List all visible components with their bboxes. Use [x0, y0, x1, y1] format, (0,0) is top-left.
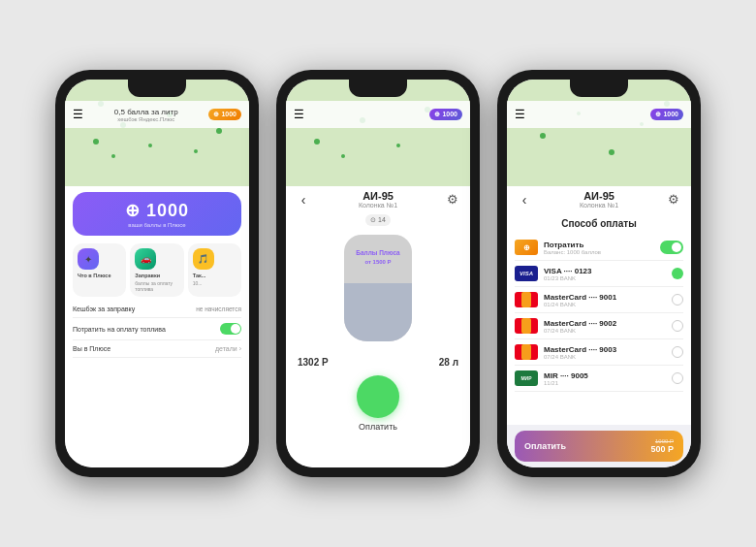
bonus-amount: ⊕ 1000 — [82, 200, 232, 221]
mc-icon-2 — [515, 344, 538, 360]
pay-item-name-5: MIR ···· 9005 — [544, 371, 666, 380]
fuel-price: 1302 Р — [298, 357, 329, 368]
fuel-volume: 28 л — [439, 357, 458, 368]
pay-item-sub-4: 07/24 BANK — [544, 354, 666, 360]
fuel-tank-wrap: Баллы Плюса от 1500 Р 1302 Р 28 л Оплати… — [294, 231, 462, 464]
map-area-3: ☰ ⊕ 1000 — [507, 80, 691, 186]
pay-label-2: Оплатить — [359, 422, 397, 432]
plus-badge-1[interactable]: ⊕ 1000 — [208, 109, 241, 120]
column-label-2: Колонка №1 — [313, 202, 443, 209]
discounted-price: 500 Р — [650, 444, 674, 454]
payment-list: ⊕ Потратить Баланс: 1000 баллов VISA VIS… — [507, 235, 691, 425]
mc-radio-2[interactable] — [672, 346, 683, 358]
pay-item-sub-3: 07/24 BANK — [544, 328, 666, 334]
back-button-3[interactable]: ‹ — [515, 192, 534, 208]
map-area-1: ☰ 0,5 балла за литр хешбэк Яндекс.Плюс ⊕… — [65, 80, 249, 186]
visa-icon: VISA — [515, 266, 538, 281]
phone-1: ☰ 0,5 балла за литр хешбэк Яндекс.Плюс ⊕… — [55, 70, 259, 477]
info-rows: Кешбэк за заправку не начисляется Потрат… — [65, 299, 249, 360]
header-title-1: 0,5 балла за литр хешбэк Яндекс.Плюс — [83, 108, 208, 122]
phone-3: ☰ ⊕ 1000 ‹ АИ-95 Колонка №1 ⚙ Способ опл… — [497, 70, 701, 477]
info-row-2[interactable]: Вы в Плюсе детали — [73, 340, 241, 358]
fuel-tank: Баллы Плюса от 1500 Р — [339, 235, 417, 351]
original-price: 1000 Р — [650, 438, 674, 444]
pay-item-info-2: MasterCard ···· 9001 01/24 BANK — [544, 293, 666, 307]
phone2-content: ⊙ 14 Баллы Плюса от 1500 Р 1302 Р 28 л — [286, 210, 470, 467]
bonus-card: ⊕ 1000 ваши баллы в Плюсе — [73, 192, 241, 236]
pay-item-info-5: MIR ···· 9005 11/21 — [544, 371, 666, 386]
mc-radio-0[interactable] — [672, 294, 683, 306]
menu-icon[interactable]: ☰ — [73, 108, 83, 121]
mc-icon-0 — [515, 292, 538, 307]
payment-item-4[interactable]: MasterCard ···· 9003 07/24 BANK — [515, 339, 683, 366]
pay-item-name-1: VISA ···· 0123 — [544, 267, 666, 275]
fuel-type-title-2: АИ-95 — [313, 190, 443, 202]
nav-header-2: ‹ АИ-95 Колонка №1 ⚙ — [286, 186, 470, 210]
pay-now-amount: 1000 Р 500 Р — [650, 438, 674, 454]
header-bar-2: ☰ ⊕ 1000 — [286, 101, 470, 128]
visa-radio[interactable] — [672, 268, 683, 279]
pay-item-info-0: Потратить Баланс: 1000 баллов — [544, 241, 654, 255]
pay-button-2[interactable] — [357, 375, 399, 418]
pay-item-name-4: MasterCard ···· 9003 — [544, 345, 666, 354]
payment-title: Способ оплаты — [507, 210, 691, 235]
fuel-type-title-3: АИ-95 — [534, 190, 664, 202]
pay-item-info-3: MasterCard ···· 9002 07/24 BANK — [544, 319, 666, 334]
plus-pay-icon: ⊕ — [515, 240, 538, 255]
info-row-1[interactable]: Потратить на оплату топлива — [73, 318, 241, 340]
menu-icon-3[interactable]: ☰ — [515, 108, 525, 121]
menu-icon-2[interactable]: ☰ — [294, 108, 304, 121]
map-area-2: ☰ ⊕ 1000 — [286, 80, 470, 186]
payment-item-5[interactable]: МИР MIR ···· 9005 11/21 — [515, 366, 683, 392]
pay-item-name-2: MasterCard ···· 9001 — [544, 293, 666, 302]
pay-now-button[interactable]: Оплатить 1000 Р 500 Р — [515, 431, 683, 462]
header-bar-1: ☰ 0,5 балла за литр хешбэк Яндекс.Плюс ⊕… — [65, 101, 249, 128]
payment-item-2[interactable]: MasterCard ···· 9001 01/24 BANK — [515, 287, 683, 313]
mir-icon: МИР — [515, 370, 538, 386]
pay-item-sub-5: 11/21 — [544, 380, 666, 386]
gear-icon-3[interactable]: ⚙ — [664, 192, 683, 207]
payment-item-0[interactable]: ⊕ Потратить Баланс: 1000 баллов — [515, 235, 683, 261]
nav-header-3: ‹ АИ-95 Колонка №1 ⚙ — [507, 186, 691, 210]
feature-sub-2: 10... — [193, 280, 236, 286]
fuel-info-row: 1302 Р 28 л — [294, 355, 462, 370]
feature-card-1[interactable]: 🚗 Заправки баллы за оплату топлива — [130, 243, 183, 297]
fuel-grade-badge: ⊙ 14 — [365, 214, 391, 226]
header-bar-3: ☰ ⊕ 1000 — [507, 101, 691, 128]
plus-badge-3: ⊕ 1000 — [650, 109, 683, 120]
bonus-label: ваши баллы в Плюсе — [82, 222, 232, 228]
feature-card-0[interactable]: ✦ Что в Плюсе — [73, 243, 126, 297]
plus-toggle[interactable] — [660, 241, 683, 254]
features-row: ✦ Что в Плюсе 🚗 Заправки баллы за оплату… — [65, 243, 249, 297]
phone1-content: ⊕ 1000 ваши баллы в Плюсе ✦ Что в Плюсе … — [65, 186, 249, 467]
pay-item-info-1: VISA ···· 0123 01/23 BANK — [544, 267, 666, 281]
payment-item-3[interactable]: MasterCard ···· 9002 07/24 BANK — [515, 313, 683, 339]
phone3-content: Способ оплаты ⊕ Потратить Баланс: 1000 б… — [507, 210, 691, 467]
pay-item-name-3: MasterCard ···· 9002 — [544, 319, 666, 328]
tank-fill — [344, 283, 412, 342]
plus-badge-2: ⊕ 1000 — [429, 109, 462, 120]
gear-icon-2[interactable]: ⚙ — [443, 192, 462, 207]
mir-radio[interactable] — [672, 372, 683, 384]
feature-card-2[interactable]: 🎵 Так... 10... — [188, 243, 241, 297]
column-label-3: Колонка №1 — [534, 202, 664, 209]
spend-toggle[interactable] — [220, 323, 241, 335]
pay-item-info-4: MasterCard ···· 9003 07/24 BANK — [544, 345, 666, 360]
mc-icon-1 — [515, 318, 538, 334]
back-button-2[interactable]: ‹ — [294, 192, 313, 208]
payment-item-1[interactable]: VISA VISA ···· 0123 01/23 BANK — [515, 261, 683, 287]
pay-item-name-0: Потратить — [544, 241, 654, 249]
tank-body: Баллы Плюса от 1500 Р — [344, 235, 412, 341]
pay-item-sub-2: 01/24 BANK — [544, 302, 666, 307]
pay-bottom: Оплатить 1000 Р 500 Р — [507, 425, 691, 467]
pay-item-sub-1: 01/23 BANK — [544, 275, 666, 281]
info-row-0: Кешбэк за заправку не начисляется — [73, 301, 241, 318]
pay-item-sub-0: Баланс: 1000 баллов — [544, 249, 654, 255]
phone-2: ☰ ⊕ 1000 ‹ АИ-95 Колонка №1 ⚙ ⊙ 14 — [276, 70, 480, 477]
pay-now-label: Оплатить — [524, 441, 566, 451]
mc-radio-1[interactable] — [672, 320, 683, 332]
tank-label: Баллы Плюса от 1500 Р — [344, 248, 412, 267]
